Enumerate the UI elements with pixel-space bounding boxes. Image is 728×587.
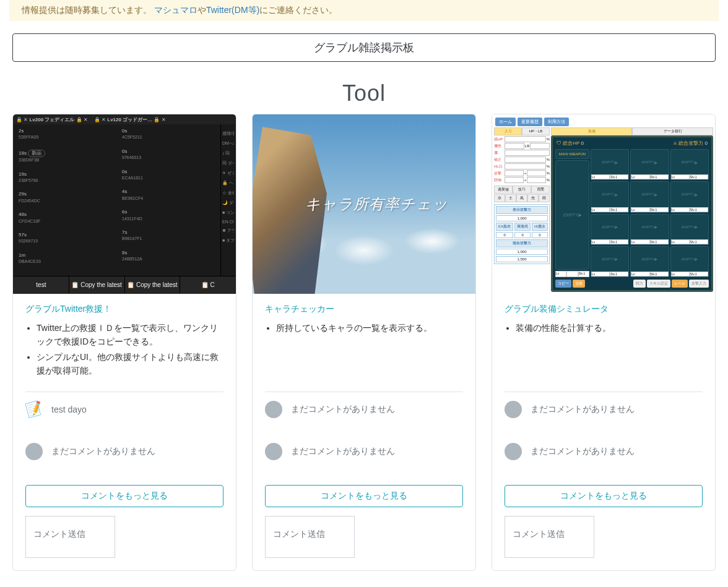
cards-row: 🔒 ✕ Lv200 フェディエル 🔒 ✕ 🔒 ✕ Lv120 ゴッドガー… 🔒 … — [12, 114, 716, 571]
comment-text: まだコメントがありません — [291, 446, 395, 457]
board-button[interactable]: グラブル雑談掲示板 — [12, 33, 716, 62]
tool-desc: Twitter上の救援ＩＤを一覧で表示し、ワンクリックで救援IDをコピーできる。… — [25, 321, 223, 379]
section-title: Tool — [12, 80, 716, 106]
note-icon: 📝 — [24, 398, 45, 419]
tool-title-link[interactable]: キャラチェッカー — [265, 304, 463, 315]
more-comments-button[interactable]: コメントをもっと見る — [505, 485, 703, 507]
banner-sep: や — [197, 5, 206, 15]
divider — [505, 392, 703, 392]
avatar-placeholder-icon — [25, 443, 43, 460]
comment-text: まだコメントがありません — [531, 446, 635, 457]
avatar-placeholder-icon — [505, 443, 522, 460]
tool-thumbnail-twitter-rescue[interactable]: 🔒 ✕ Lv200 フェディエル 🔒 ✕ 🔒 ✕ Lv120 ゴッドガー… 🔒 … — [13, 114, 236, 294]
comment-input[interactable]: コメント送信 — [25, 516, 115, 558]
tool-thumbnail-char-checker[interactable]: キャラ所有率チェッ — [253, 114, 475, 294]
thumbnail-overlay-text: キャラ所有率チェッ — [280, 194, 448, 214]
comment-item: まだコメントがありません — [505, 443, 703, 460]
tool-card: ホーム 更新履歴 利用方法 入力HP・LB 残HP% 属性LB 属 補正% HL… — [492, 114, 716, 571]
avatar-placeholder-icon — [265, 443, 282, 460]
comment-item: まだコメントがありません — [25, 443, 223, 460]
avatar-placeholder-icon — [265, 401, 282, 418]
tool-card: キャラ所有率チェッ キャラチェッカー 所持しているキャラの一覧を表示する。 まだ… — [252, 114, 476, 571]
comment-text: まだコメントがありません — [51, 446, 155, 457]
comment-item: まだコメントがありません — [265, 401, 463, 418]
tool-desc: 所持しているキャラの一覧を表示する。 — [265, 321, 463, 336]
info-banner: 情報提供は随時募集しています。 マシュマロやTwitter(DM等)にご連絡くだ… — [9, 0, 719, 21]
comment-text: test dayo — [51, 405, 87, 414]
comment-item: まだコメントがありません — [505, 401, 703, 418]
comment-input[interactable]: コメント送信 — [265, 516, 355, 558]
comment-item: 📝 test dayo — [25, 401, 223, 418]
banner-link-twitter[interactable]: Twitter(DM等) — [206, 5, 259, 15]
tool-desc: 装備の性能を計算する。 — [505, 321, 703, 336]
tool-title-link[interactable]: グラブル装備シミュレータ — [505, 304, 703, 315]
divider — [25, 392, 223, 392]
tool-title-link[interactable]: グラブルTwitter救援！ — [25, 304, 223, 315]
banner-link-marshmallow[interactable]: マシュマロ — [154, 5, 197, 15]
tool-thumbnail-equip-sim[interactable]: ホーム 更新履歴 利用方法 入力HP・LB 残HP% 属性LB 属 補正% HL… — [492, 114, 715, 294]
avatar-placeholder-icon — [505, 401, 522, 418]
comment-input[interactable]: コメント送信 — [505, 516, 594, 558]
banner-prefix: 情報提供は随時募集しています。 — [22, 5, 152, 15]
more-comments-button[interactable]: コメントをもっと見る — [265, 485, 463, 507]
comment-text: まだコメントがありません — [531, 404, 635, 415]
banner-suffix: にご連絡ください。 — [259, 5, 337, 15]
comment-item: まだコメントがありません — [265, 443, 463, 460]
comment-text: まだコメントがありません — [291, 404, 395, 415]
more-comments-button[interactable]: コメントをもっと見る — [25, 485, 223, 507]
tool-card: 🔒 ✕ Lv200 フェディエル 🔒 ✕ 🔒 ✕ Lv120 ゴッドガー… 🔒 … — [12, 114, 236, 571]
divider — [265, 392, 463, 392]
